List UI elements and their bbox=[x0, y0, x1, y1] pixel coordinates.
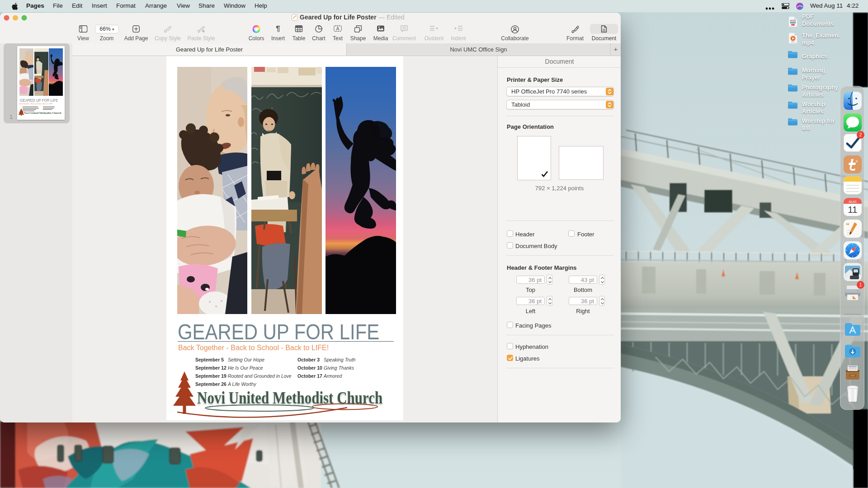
svg-text:11: 11 bbox=[848, 205, 858, 215]
svg-text:AUG: AUG bbox=[849, 200, 856, 204]
svg-text:A: A bbox=[336, 26, 340, 31]
svg-text:“: “ bbox=[846, 221, 849, 229]
